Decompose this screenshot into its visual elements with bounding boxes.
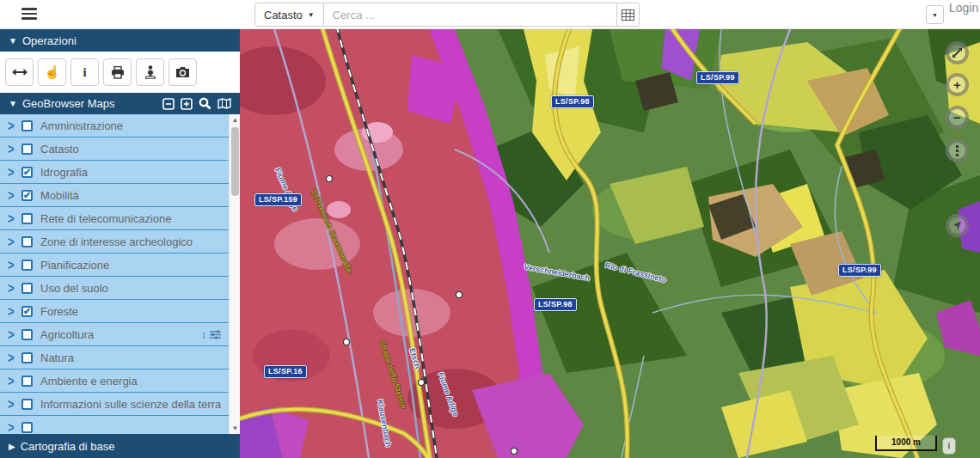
chevron-right-icon[interactable]: > bbox=[8, 164, 21, 180]
search-input[interactable] bbox=[324, 3, 616, 26]
layer-label: Foreste bbox=[40, 305, 78, 318]
layer-row-catasto[interactable]: > Catasto bbox=[0, 137, 240, 161]
road-shield-ls-sp-98-2: LS/SP.98 bbox=[534, 298, 577, 311]
layer-label: Idrografia bbox=[40, 166, 88, 179]
layer-row-partial[interactable]: > bbox=[0, 416, 240, 434]
sidebar: ▼ Operazioni ☝ i bbox=[0, 29, 240, 458]
hand-pointer-icon: ☝ bbox=[44, 64, 60, 80]
navigation-arrow-icon bbox=[952, 220, 963, 231]
chevron-right-icon[interactable]: > bbox=[8, 257, 21, 273]
camera-icon bbox=[175, 66, 190, 78]
layer-checkbox[interactable] bbox=[21, 352, 33, 363]
map-icon[interactable] bbox=[217, 98, 231, 109]
layer-row-idrografia[interactable]: > ✔ Idrografia bbox=[0, 161, 240, 184]
hamburger-menu-icon[interactable] bbox=[21, 8, 37, 21]
scroll-up-icon[interactable]: ▲ bbox=[230, 114, 240, 125]
layer-checkbox[interactable]: ✔ bbox=[21, 306, 33, 317]
layer-checkbox[interactable] bbox=[21, 236, 33, 247]
layer-label: Catasto bbox=[40, 143, 79, 156]
sort-updown-icon[interactable]: ↕ bbox=[201, 329, 206, 341]
expand-all-icon[interactable] bbox=[181, 98, 193, 110]
layer-checkbox[interactable] bbox=[21, 422, 33, 433]
layer-row-mobilita[interactable]: > ✔ Mobilità bbox=[0, 184, 240, 207]
layer-row-foreste[interactable]: > ✔ Foreste bbox=[0, 300, 240, 323]
geolocate-button[interactable] bbox=[946, 214, 969, 237]
thematic-map-canvas bbox=[240, 29, 980, 458]
caret-down-icon: ▼ bbox=[9, 36, 17, 46]
layer-checkbox[interactable] bbox=[21, 260, 33, 271]
layer-list-scrollbar[interactable]: ▲ ▼ bbox=[229, 114, 240, 434]
layer-row-informazioni-scienze-terra[interactable]: > Informazioni sulle scienze della terra bbox=[0, 393, 240, 416]
chevron-right-icon[interactable]: > bbox=[8, 141, 21, 157]
fullscreen-button[interactable] bbox=[946, 41, 969, 64]
layer-label: Zone di interesse archeologico bbox=[40, 235, 193, 248]
layer-row-amministrazione[interactable]: > Amministrazione bbox=[0, 114, 240, 137]
layer-extra-tools: ↕ bbox=[201, 323, 221, 346]
scrollbar-thumb[interactable] bbox=[231, 127, 239, 196]
screenshot-button[interactable] bbox=[168, 58, 197, 86]
layer-checkbox[interactable]: ✔ bbox=[21, 167, 33, 178]
layer-row-zone-di-interesse-archeologico[interactable]: > Zone di interesse archeologico bbox=[0, 230, 240, 253]
layer-label: Amministrazione bbox=[40, 119, 123, 132]
measure-button[interactable] bbox=[5, 58, 34, 86]
chevron-right-icon[interactable]: > bbox=[8, 187, 21, 204]
table-grid-button[interactable] bbox=[616, 3, 639, 26]
road-shield-ls-sp-99: LS/SP.99 bbox=[696, 71, 739, 84]
layer-row-agricoltura[interactable]: > Agricoltura ↕ bbox=[0, 323, 240, 346]
chevron-right-icon[interactable]: > bbox=[8, 419, 21, 434]
geobrowser-maps-title: GeoBrowser Maps bbox=[22, 97, 115, 110]
chevron-right-icon[interactable]: > bbox=[8, 373, 21, 389]
road-shield-ls-sp-99-2: LS/SP.99 bbox=[838, 264, 881, 277]
geobrowser-maps-panel-header[interactable]: ▼ GeoBrowser Maps bbox=[0, 93, 240, 114]
layer-label: Ambiente e energia bbox=[40, 375, 138, 388]
chevron-right-icon[interactable]: > bbox=[8, 234, 21, 250]
chevron-down-icon: ▼ bbox=[308, 11, 315, 19]
street-view-icon bbox=[144, 65, 156, 79]
layer-checkbox[interactable] bbox=[21, 120, 33, 131]
vertical-dots-icon bbox=[956, 145, 959, 156]
select-button[interactable]: ☝ bbox=[38, 58, 66, 86]
attribution-button[interactable]: i bbox=[942, 437, 956, 455]
sliders-icon[interactable] bbox=[210, 330, 221, 339]
collapse-all-icon[interactable] bbox=[162, 98, 175, 110]
scroll-down-icon[interactable]: ▼ bbox=[230, 423, 240, 434]
search-category-dropdown[interactable]: Catasto ▼ bbox=[255, 3, 324, 26]
info-button[interactable]: i bbox=[70, 58, 99, 86]
print-button[interactable] bbox=[103, 58, 132, 86]
chevron-right-icon[interactable]: > bbox=[8, 396, 21, 412]
layer-label: Rete di telecomunicazione bbox=[40, 212, 171, 225]
chevron-right-icon[interactable]: > bbox=[8, 211, 21, 227]
user-dropdown[interactable]: ▼ bbox=[926, 5, 944, 24]
chevron-right-icon[interactable]: > bbox=[8, 350, 21, 366]
layer-checkbox[interactable] bbox=[21, 283, 33, 294]
basemap-title: Cartografia di base bbox=[21, 440, 115, 453]
operazioni-panel-header[interactable]: ▼ Operazioni bbox=[0, 29, 240, 52]
zoom-in-button[interactable]: + bbox=[946, 73, 969, 96]
search-layers-icon[interactable] bbox=[199, 97, 211, 110]
layer-row-pianificazione[interactable]: > Pianificazione bbox=[0, 253, 240, 277]
caret-right-icon: ▶ bbox=[9, 442, 15, 451]
expand-arrows-icon bbox=[952, 47, 963, 58]
login-link[interactable]: Login bbox=[949, 1, 978, 15]
chevron-right-icon[interactable]: > bbox=[8, 118, 21, 134]
more-options-button[interactable] bbox=[946, 139, 969, 162]
map-viewport[interactable]: Fiume Adige Stilfserjoch Staatsstraße St… bbox=[240, 29, 980, 458]
chevron-right-icon[interactable]: > bbox=[8, 303, 21, 320]
layer-checkbox[interactable] bbox=[21, 329, 33, 340]
layer-checkbox[interactable]: ✔ bbox=[21, 190, 33, 201]
street-view-button[interactable] bbox=[136, 58, 164, 86]
layer-row-rete-di-telecomunicazione[interactable]: > Rete di telecomunicazione bbox=[0, 207, 240, 230]
layer-row-natura[interactable]: > Natura bbox=[0, 346, 240, 369]
layer-label: Natura bbox=[40, 351, 74, 364]
layer-label: Pianificazione bbox=[40, 259, 109, 272]
layer-checkbox[interactable] bbox=[21, 376, 33, 387]
layer-row-uso-del-suolo[interactable]: > Uso del suolo bbox=[0, 277, 240, 300]
layer-checkbox[interactable] bbox=[21, 144, 33, 155]
chevron-right-icon[interactable]: > bbox=[8, 327, 21, 343]
layer-row-ambiente-e-energia[interactable]: > Ambiente e energia bbox=[0, 369, 240, 393]
cartografia-di-base-panel-header[interactable]: ▶ Cartografia di base bbox=[0, 434, 240, 458]
chevron-right-icon[interactable]: > bbox=[8, 280, 21, 296]
layer-checkbox[interactable] bbox=[21, 399, 33, 410]
layer-checkbox[interactable] bbox=[21, 213, 33, 224]
zoom-out-button[interactable]: − bbox=[946, 106, 969, 129]
